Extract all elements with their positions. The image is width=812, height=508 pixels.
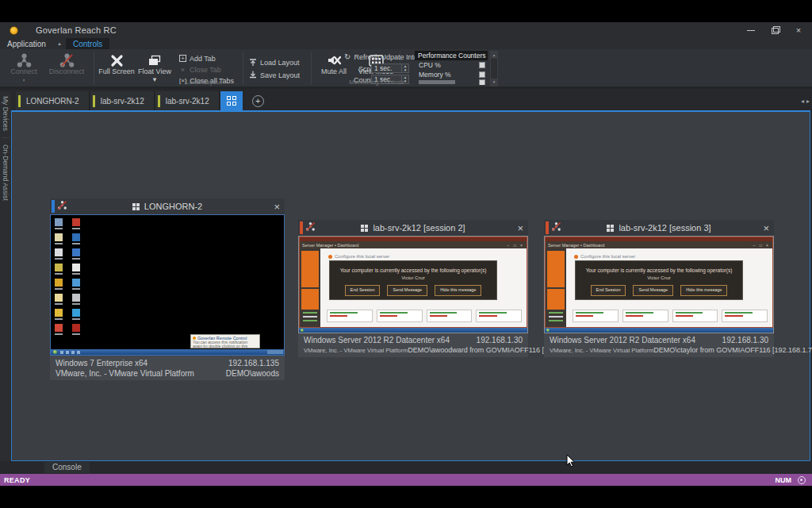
- load-layout-icon: [249, 58, 257, 67]
- disconnect-button[interactable]: Disconnect: [46, 51, 87, 87]
- start-orb-icon: [546, 329, 550, 332]
- os-label: Windows Server 2012 R2 Datacenter x64: [304, 336, 450, 345]
- session-tab-labsrv-1[interactable]: lab-srv-2k12: [90, 91, 155, 110]
- mouse-cursor: [566, 454, 576, 468]
- memory-checkbox[interactable]: [479, 71, 485, 78]
- tab-controls[interactable]: Controls: [66, 38, 109, 49]
- screen-interval-input[interactable]: 1 sec. ▴▾: [371, 64, 409, 73]
- disconnected-status-icon: [305, 221, 316, 235]
- add-session-tab-button[interactable]: +: [252, 95, 264, 107]
- ribbon: Connect ▾ Disconnect Full Screen: [0, 49, 812, 89]
- close-session-button[interactable]: ×: [763, 223, 769, 233]
- session-tab-strip: LONGHORN-2 lab-srv-2k12 lab-srv-2k12 + ◂…: [11, 91, 812, 110]
- os-label: Windows Server 2012 R2 Datacenter x64: [550, 336, 695, 345]
- group-label-monitoring-controls: Monitoring Controls: [341, 79, 412, 86]
- session-accent-bar: [52, 200, 55, 213]
- perf-counter-clipped[interactable]: [415, 79, 488, 85]
- window-buttons-icon: – □ ×: [508, 243, 525, 248]
- roles-summary: [327, 310, 522, 322]
- close-tab-button[interactable]: × Close Tab: [179, 64, 221, 75]
- num-lock-indicator: NUM: [776, 476, 792, 484]
- scroll-down-icon[interactable]: ▾: [491, 79, 497, 86]
- tile-header[interactable]: lab-srv-2k12 [session 3] ×: [544, 220, 774, 236]
- session-info-bar: Windows 7 Enterprise x64 192.168.1.135 V…: [50, 356, 285, 380]
- mute-all-icon: [327, 52, 341, 68]
- remote-screen-labsrv-session2[interactable]: Server Manager • Dashboard – □ ×: [298, 236, 528, 333]
- performance-counters-header: Performance Counters: [415, 51, 488, 60]
- remote-screen-longhorn2[interactable]: Goverlan Remote Control You can access t…: [50, 214, 285, 356]
- hardware-label: VMware, Inc. - VMware Virtual Platform: [550, 346, 653, 356]
- hardware-label: VMware, Inc. - VMware Virtual Platform: [56, 368, 194, 379]
- perf-counter-memory[interactable]: Memory %: [415, 70, 488, 79]
- disconnect-icon: [59, 52, 75, 68]
- connect-button[interactable]: Connect ▾: [3, 51, 44, 87]
- sidebar-item-on-demand-assist[interactable]: On-Demand Assist: [2, 144, 10, 201]
- screen-interval-spinner[interactable]: ▴▾: [401, 64, 408, 72]
- send-message-button[interactable]: Send Message: [387, 285, 427, 296]
- collapse-ribbon-icon[interactable]: ▴: [53, 38, 66, 49]
- tile-title: lab-srv-2k12 [session 2]: [373, 223, 465, 233]
- title-bar: Goverlan Reach RC ×: [0, 22, 812, 38]
- load-layout-button[interactable]: Load Layout: [249, 57, 300, 67]
- hide-message-button[interactable]: Hide this message: [680, 285, 727, 296]
- end-session-button[interactable]: End Session: [591, 285, 626, 296]
- windows-logo-icon: [132, 203, 140, 210]
- remote-access-dialog: Your computer is currently accessed by t…: [575, 260, 743, 300]
- perf-counter-cpu[interactable]: CPU %: [415, 60, 488, 70]
- minimize-button[interactable]: [745, 25, 756, 36]
- scroll-up-icon[interactable]: ▴: [491, 52, 497, 59]
- user-label: DEMO\awoods: [226, 368, 279, 379]
- windows-logo-icon: [607, 225, 614, 232]
- dialog-operator: Victor Cruz: [330, 275, 496, 280]
- refresh-icon: ↻: [344, 52, 350, 61]
- tab-status-indicator: [18, 95, 21, 107]
- restore-button[interactable]: [769, 25, 780, 36]
- tab-scroll-right-icon[interactable]: ▸: [806, 98, 810, 105]
- server-manager-menubar: Server Manager • Dashboard – □ ×: [300, 241, 527, 248]
- end-session-button[interactable]: End Session: [345, 285, 381, 296]
- close-session-button[interactable]: ×: [517, 223, 523, 233]
- cpu-checkbox[interactable]: [479, 62, 485, 68]
- tile-header[interactable]: lab-srv-2k12 [session 2] ×: [298, 220, 528, 236]
- console-tab[interactable]: Console: [44, 462, 90, 473]
- dialog-operator: Victor Cruz: [576, 275, 742, 280]
- tab-scroll-left-icon[interactable]: ◂: [801, 98, 804, 105]
- dialog-message: Your computer is currently accessed by t…: [330, 267, 496, 273]
- disconnected-status-icon: [57, 199, 67, 214]
- dialog-message: Your computer is currently accessed by t…: [576, 267, 742, 273]
- session-tile-labsrv-session2: lab-srv-2k12 [session 2] × Server Manage…: [298, 220, 528, 357]
- connect-icon: [17, 52, 32, 68]
- tile-view-tab[interactable]: [220, 91, 243, 110]
- connect-dropdown-caret-icon: ▾: [22, 77, 25, 85]
- console-bar: Console: [0, 461, 812, 474]
- add-tab-button[interactable]: + Add Tab: [179, 53, 216, 64]
- tile-header[interactable]: LONGHORN-2 ×: [50, 198, 285, 214]
- close-button[interactable]: ×: [793, 25, 804, 36]
- window-buttons-icon: – □ ×: [753, 243, 771, 248]
- tab-application[interactable]: Application: [0, 38, 53, 49]
- server-manager-nav: [546, 248, 566, 327]
- left-dock: My Devices On-Demand Assist: [0, 91, 11, 461]
- group-label-local-layout: Local Layout: [98, 79, 309, 86]
- hide-message-button[interactable]: Hide this message: [435, 285, 481, 296]
- configure-server-link: Configure this local server: [328, 254, 527, 259]
- full-screen-icon: [110, 52, 124, 68]
- server-manager-menubar: Server Manager • Dashboard – □ ×: [546, 241, 772, 248]
- close-tab-icon: ×: [179, 66, 186, 74]
- session-info-bar: Windows Server 2012 R2 Datacenter x64 19…: [298, 333, 528, 357]
- sidebar-item-my-devices[interactable]: My Devices: [2, 96, 10, 131]
- configure-server-link: Configure this local server: [574, 254, 772, 259]
- session-tab-labsrv-2[interactable]: lab-srv-2k12: [155, 91, 220, 110]
- tab-status-indicator: [158, 95, 160, 107]
- close-session-button[interactable]: ×: [274, 202, 280, 212]
- send-message-button[interactable]: Send Message: [633, 285, 673, 296]
- session-tab-longhorn2[interactable]: LONGHORN-2: [16, 91, 90, 110]
- server-taskbar: [545, 328, 773, 333]
- window-title: Goverlan Reach RC: [36, 25, 117, 35]
- remote-access-dialog: Your computer is currently accessed by t…: [329, 260, 497, 300]
- grid-view-icon: [227, 96, 236, 106]
- perf-scrollbar[interactable]: ▴ ▾: [490, 51, 498, 87]
- session-tile-labsrv-session3: lab-srv-2k12 [session 3] × Server Manage…: [544, 220, 774, 357]
- start-orb-icon: [53, 350, 57, 354]
- remote-screen-labsrv-session3[interactable]: Server Manager • Dashboard – □ ×: [544, 236, 774, 333]
